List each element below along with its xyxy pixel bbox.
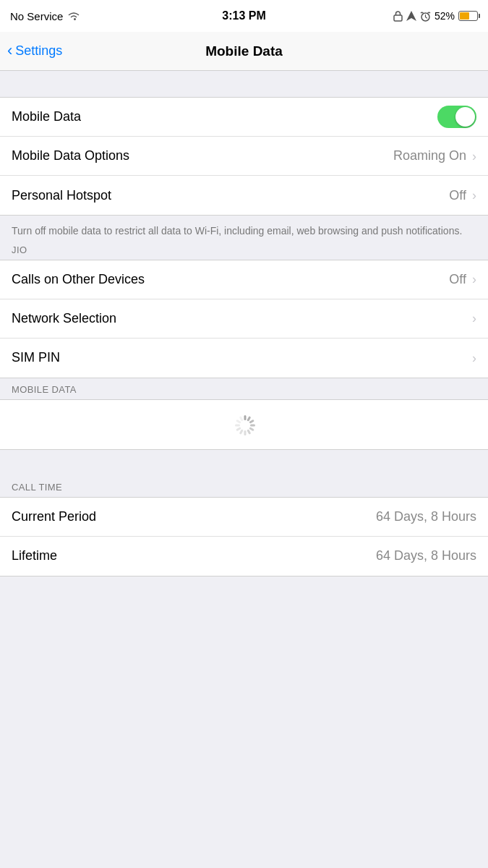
top-spacer (0, 71, 488, 97)
calls-on-other-devices-right: Off › (449, 272, 476, 287)
svg-rect-2 (244, 415, 246, 420)
call-time-section-header: CALL TIME (0, 476, 488, 497)
status-bar: No Service 3:13 PM 52% (0, 0, 488, 32)
description-text: Turn off mobile data to restrict all dat… (12, 224, 476, 239)
lifetime-label: Lifetime (12, 548, 57, 563)
svg-rect-3 (247, 416, 251, 422)
back-arrow-icon: ‹ (7, 43, 12, 59)
personal-hotspot-row[interactable]: Personal Hotspot Off › (0, 176, 488, 215)
wifi-icon (67, 11, 80, 21)
current-period-right: 64 Days, 8 Hours (376, 509, 476, 524)
svg-rect-8 (244, 430, 246, 435)
mobile-data-options-right: Roaming On › (393, 148, 476, 163)
svg-rect-5 (250, 424, 255, 426)
svg-rect-7 (247, 429, 251, 435)
current-period-value: 64 Days, 8 Hours (376, 509, 476, 524)
lifetime-right: 64 Days, 8 Hours (376, 548, 476, 563)
sim-pin-row[interactable]: SIM PIN › (0, 339, 488, 378)
svg-rect-12 (236, 419, 241, 423)
chevron-icon: › (472, 150, 476, 163)
jio-section-header: JIO (0, 239, 488, 260)
location-icon (406, 11, 416, 21)
svg-rect-9 (239, 429, 243, 435)
calls-on-other-devices-row[interactable]: Calls on Other Devices Off › (0, 260, 488, 299)
svg-rect-0 (394, 15, 402, 21)
loading-spinner-section (0, 399, 488, 450)
sim-pin-right: › (472, 352, 476, 365)
current-period-label: Current Period (12, 509, 96, 524)
status-time: 3:13 PM (222, 9, 265, 22)
current-period-row: Current Period 64 Days, 8 Hours (0, 498, 488, 537)
chevron-icon: › (472, 352, 476, 365)
calls-on-other-devices-value: Off (449, 272, 466, 287)
mid-spacer (0, 450, 488, 476)
chevron-icon: › (472, 189, 476, 202)
sim-pin-label: SIM PIN (12, 350, 60, 365)
page-title: Mobile Data (205, 43, 283, 59)
mobile-data-toggle[interactable] (437, 106, 476, 128)
network-selection-label: Network Selection (12, 311, 116, 326)
no-service-text: No Service (10, 10, 63, 22)
mobile-data-options-label: Mobile Data Options (12, 148, 129, 163)
loading-spinner (234, 414, 254, 435)
jio-section: Calls on Other Devices Off › Network Sel… (0, 260, 488, 378)
personal-hotspot-right: Off › (449, 188, 476, 203)
personal-hotspot-value: Off (449, 188, 466, 203)
svg-rect-4 (249, 419, 254, 423)
nav-bar: ‹ Settings Mobile Data (0, 32, 488, 71)
back-button[interactable]: ‹ Settings (7, 43, 62, 59)
description-section: Turn off mobile data to restrict all dat… (0, 216, 488, 239)
chevron-icon: › (472, 312, 476, 325)
battery-percent: 52% (435, 10, 455, 22)
lifetime-value: 64 Days, 8 Hours (376, 548, 476, 563)
mobile-data-section: Mobile Data Mobile Data Options Roaming … (0, 97, 488, 216)
svg-rect-6 (249, 427, 254, 431)
chevron-icon: › (472, 273, 476, 286)
personal-hotspot-label: Personal Hotspot (12, 188, 111, 203)
svg-rect-10 (236, 427, 241, 431)
mobile-data-row[interactable]: Mobile Data (0, 98, 488, 137)
mobile-data-section-header: MOBILE DATA (0, 378, 488, 399)
svg-rect-11 (235, 424, 240, 426)
network-selection-right: › (472, 312, 476, 325)
status-right: 52% (393, 10, 478, 22)
status-left: No Service (10, 10, 80, 22)
lifetime-row: Lifetime 64 Days, 8 Hours (0, 537, 488, 576)
mobile-data-options-value: Roaming On (393, 148, 466, 163)
svg-rect-13 (239, 416, 243, 422)
calls-on-other-devices-label: Calls on Other Devices (12, 272, 145, 287)
toggle-knob (455, 107, 475, 127)
mobile-data-options-row[interactable]: Mobile Data Options Roaming On › (0, 137, 488, 176)
alarm-icon (420, 11, 431, 22)
call-time-section: Current Period 64 Days, 8 Hours Lifetime… (0, 497, 488, 576)
battery-indicator (458, 11, 478, 21)
lock-icon (393, 10, 403, 22)
mobile-data-label: Mobile Data (12, 109, 81, 124)
network-selection-row[interactable]: Network Selection › (0, 299, 488, 339)
back-label: Settings (15, 43, 62, 59)
